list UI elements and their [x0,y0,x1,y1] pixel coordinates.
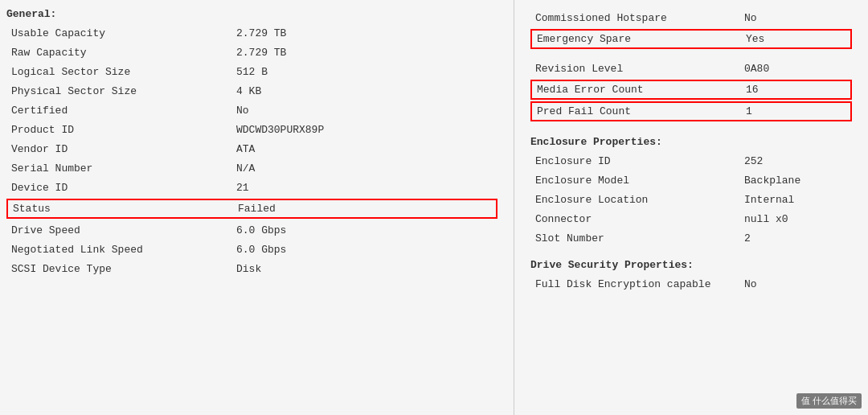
left-row-0: Usable Capacity 2.729 TB [6,23,497,43]
drive-security-rows-container: Full Disk Encryption capable No [530,274,852,294]
right-middle-row-2: Pred Fail Count 1 [530,101,852,121]
right-middle-label-2: Pred Fail Count [537,105,746,117]
enclosure-value-4: 2 [744,232,847,244]
drive-security-title: Drive Security Properties: [530,259,852,271]
enclosure-row-2: Enclosure Location Internal [530,190,852,209]
enclosure-value-3: null x0 [744,213,847,225]
drive-security-label-0: Full Disk Encryption capable [535,278,744,290]
enclosure-label-4: Slot Number [535,232,744,244]
right-middle-container: Revision Level 0A80 Media Error Count 16… [530,59,852,121]
left-row-value-6: ATA [236,143,493,155]
left-row-12: SCSI Device Type Disk [6,259,497,278]
right-middle-label-1: Media Error Count [537,84,746,96]
left-row-value-4: No [236,105,493,117]
right-middle-row-0: Revision Level 0A80 [530,59,852,78]
left-row-label-12: SCSI Device Type [11,263,236,275]
left-row-value-10: 6.0 Gbps [236,224,493,236]
left-row-value-5: WDCWD30PURX89P [236,124,493,136]
enclosure-row-4: Slot Number 2 [530,228,852,248]
right-top-container: Commissioned Hotspare No Emergency Spare… [530,8,852,49]
left-row-label-11: Negotiated Link Speed [11,244,236,256]
right-middle-value-0: 0A80 [744,63,847,75]
left-row-value-1: 2.729 TB [236,47,493,59]
enclosure-label-2: Enclosure Location [535,194,744,206]
left-row-9: Status Failed [6,199,497,219]
left-panel: General: Usable Capacity 2.729 TB Raw Ca… [0,0,514,415]
left-row-label-4: Certified [11,105,236,117]
enclosure-row-0: Enclosure ID 252 [530,151,852,171]
left-row-label-7: Serial Number [11,162,236,175]
enclosure-label-1: Enclosure Model [535,175,744,187]
left-row-label-9: Status [13,203,238,215]
left-row-value-2: 512 B [236,66,493,78]
left-row-label-6: Vendor ID [11,143,236,155]
left-row-label-10: Drive Speed [11,224,236,236]
right-top-label-1: Emergency Spare [537,33,746,45]
enclosure-value-2: Internal [744,194,847,206]
left-row-7: Serial Number N/A [6,158,497,178]
right-middle-value-1: 16 [746,84,845,96]
enclosure-rows-container: Enclosure ID 252 Enclosure Model Backpla… [530,151,852,248]
left-row-label-8: Device ID [11,182,236,194]
right-middle-value-2: 1 [746,105,845,117]
left-row-value-7: N/A [236,162,493,175]
left-row-label-0: Usable Capacity [11,27,236,39]
general-section-title: General: [6,8,497,20]
left-row-value-8: 21 [236,182,493,194]
enclosure-label-0: Enclosure ID [535,155,744,167]
left-row-4: Certified No [6,101,497,120]
right-top-value-1: Yes [746,33,845,45]
left-row-8: Device ID 21 [6,178,497,197]
left-row-10: Drive Speed 6.0 Gbps [6,220,497,240]
left-row-value-11: 6.0 Gbps [236,244,493,256]
enclosure-label-3: Connector [535,213,744,225]
left-row-3: Physical Sector Size 4 KB [6,81,497,101]
enclosure-value-0: 252 [744,155,847,167]
left-row-value-12: Disk [236,263,493,275]
left-row-value-9: Failed [238,203,491,215]
left-row-5: Product ID WDCWD30PURX89P [6,120,497,139]
drive-security-row-0: Full Disk Encryption capable No [530,274,852,294]
enclosure-value-1: Backplane [744,175,847,187]
left-row-6: Vendor ID ATA [6,139,497,158]
left-row-label-3: Physical Sector Size [11,85,236,97]
general-title-text: General [6,8,51,20]
left-rows-container: Usable Capacity 2.729 TB Raw Capacity 2.… [6,23,497,278]
right-middle-label-0: Revision Level [535,63,744,75]
enclosure-row-1: Enclosure Model Backplane [530,171,852,190]
drive-security-value-0: No [744,278,847,290]
left-row-1: Raw Capacity 2.729 TB [6,43,497,62]
enclosure-title: Enclosure Properties: [530,136,852,148]
left-row-label-2: Logical Sector Size [11,66,236,78]
left-row-2: Logical Sector Size 512 B [6,62,497,81]
right-middle-row-1: Media Error Count 16 [530,80,852,100]
left-row-label-1: Raw Capacity [11,47,236,59]
watermark: 值 什么值得买 [796,393,862,409]
right-panel: Commissioned Hotspare No Emergency Spare… [514,0,868,415]
right-top-value-0: No [744,12,847,24]
left-row-label-5: Product ID [11,124,236,136]
main-container: General: Usable Capacity 2.729 TB Raw Ca… [0,0,868,415]
right-top-row-1: Emergency Spare Yes [530,29,852,49]
enclosure-row-3: Connector null x0 [530,209,852,228]
right-top-row-0: Commissioned Hotspare No [530,8,852,27]
right-top-label-0: Commissioned Hotspare [535,12,744,24]
left-row-value-3: 4 KB [236,85,493,97]
left-row-value-0: 2.729 TB [236,27,493,39]
left-row-11: Negotiated Link Speed 6.0 Gbps [6,240,497,259]
